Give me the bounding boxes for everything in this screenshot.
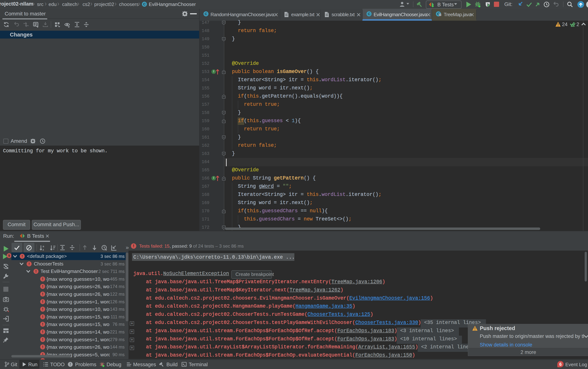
svg-text:a: a	[43, 245, 44, 248]
svg-text:z: z	[43, 248, 44, 251]
